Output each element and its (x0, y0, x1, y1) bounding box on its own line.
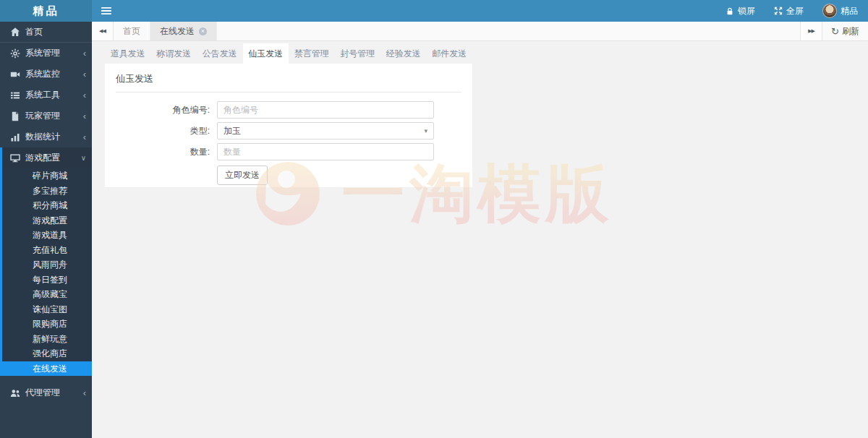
submenu-item-limited-shop[interactable]: 限购商店 (2, 317, 92, 332)
tab-bar-spacer (217, 22, 800, 40)
fullscreen-label: 全屏 (786, 5, 804, 17)
sidebar-item-home[interactable]: 首页 (0, 22, 92, 43)
tab-item-send[interactable]: 道具发送 (105, 43, 151, 64)
submenu-item-online-send[interactable]: 在线发送 (2, 361, 92, 377)
top-header: 精品 锁屏 全屏 精品 (0, 0, 868, 22)
chart-icon (10, 132, 20, 142)
gear-icon (10, 48, 20, 59)
send-now-button[interactable]: 立即发送 (217, 166, 268, 185)
sidebar-item-data-stats[interactable]: 数据统计 ‹ (0, 126, 92, 147)
camera-icon (10, 69, 20, 80)
submenu-item-game-settings[interactable]: 游戏配置 (2, 213, 92, 228)
sidebar-item-label: 首页 (25, 26, 86, 38)
header-bar: 锁屏 全屏 精品 (92, 0, 868, 22)
page-tab-label: 首页 (123, 25, 140, 38)
content-tab-nav: 道具发送 称谓发送 公告发送 仙玉发送 禁言管理 封号管理 经验发送 邮件发送 (105, 43, 472, 64)
sidebar-item-system-admin[interactable]: 系统管理 ‹ (0, 43, 92, 64)
hamburger-icon (101, 6, 112, 16)
submenu-item-daily-signin[interactable]: 每日签到 (2, 272, 92, 288)
panel-title: 仙玉发送 (116, 72, 461, 93)
double-left-icon: ◀◀ (99, 28, 106, 34)
submenu-item-fengyu-tongzhou[interactable]: 风雨同舟 (2, 257, 92, 272)
tab-exp-send[interactable]: 经验发送 (380, 43, 427, 64)
page-tab-home[interactable]: 首页 (114, 22, 150, 40)
fullscreen-button[interactable]: 全屏 (774, 5, 804, 17)
chevron-left-icon: ‹ (83, 48, 86, 58)
page-tab-online-send[interactable]: 在线发送 × (150, 22, 217, 40)
role-id-label: 角色编号: (116, 101, 217, 119)
sidebar-item-label: 系统监控 (25, 68, 83, 80)
sidebar-item-label: 系统管理 (25, 47, 83, 59)
refresh-button[interactable]: ↻ 刷新 (822, 22, 868, 40)
sidebar: 首页 系统管理 ‹ 系统监控 ‹ 系统工具 ‹ 玩家管理 ‹ 数据统计 ‹ 游戏… (0, 22, 92, 438)
home-icon (10, 27, 20, 37)
double-right-icon: ▶▶ (808, 28, 814, 34)
tabs-scroll-right-button[interactable]: ▶▶ (800, 22, 822, 40)
desktop-icon (10, 153, 20, 163)
type-label: 类型: (116, 122, 217, 139)
chevron-down-icon: ∨ (81, 155, 86, 162)
refresh-icon: ↻ (831, 26, 839, 37)
sidebar-item-label: 游戏配置 (25, 152, 81, 164)
type-select-value: 加玉 (224, 125, 241, 137)
tab-ban-admin[interactable]: 封号管理 (335, 43, 381, 64)
type-ctrl: 加玉 ▾ (217, 122, 434, 139)
submenu-item-duobao-recommend[interactable]: 多宝推荐 (2, 184, 92, 199)
fullscreen-icon (774, 7, 783, 15)
submenu-item-enhance-shop[interactable]: 强化商店 (2, 346, 92, 361)
sidebar-item-system-tools[interactable]: 系统工具 ‹ (0, 85, 92, 106)
tabs-scroll-left-button[interactable]: ◀◀ (92, 22, 114, 40)
caret-down-icon: ▾ (424, 127, 427, 134)
sidebar-item-player-admin[interactable]: 玩家管理 ‹ (0, 106, 92, 126)
quantity-input[interactable] (217, 143, 434, 160)
list-icon (10, 90, 20, 100)
submenu-item-fresh-fun[interactable]: 新鲜玩意 (2, 332, 92, 347)
chevron-left-icon: ‹ (83, 90, 86, 100)
quantity-ctrl (217, 143, 434, 160)
tab-notice-send[interactable]: 公告发送 (197, 43, 243, 64)
lock-screen-button[interactable]: 锁屏 (726, 5, 755, 17)
chevron-left-icon: ‹ (83, 69, 86, 79)
tab-jade-send[interactable]: 仙玉发送 (243, 43, 289, 64)
user-menu[interactable]: 精品 (822, 4, 858, 18)
submenu-item-fragment-shop[interactable]: 碎片商城 (2, 168, 92, 184)
tab-title-send[interactable]: 称谓发送 (151, 43, 197, 64)
submenu-item-advanced-treasure[interactable]: 高级藏宝 (2, 287, 92, 302)
type-select[interactable]: 加玉 ▾ (217, 122, 434, 139)
sidebar-item-game-config[interactable]: 游戏配置 ∨ (2, 147, 92, 168)
tab-mail-send[interactable]: 邮件发送 (427, 43, 473, 64)
sidebar-toggle-button[interactable] (101, 4, 116, 17)
tab-mute-admin[interactable]: 禁言管理 (289, 43, 335, 64)
submenu-item-game-items[interactable]: 游戏道具 (2, 228, 92, 243)
close-tab-icon[interactable]: × (199, 27, 207, 35)
lock-screen-label: 锁屏 (738, 5, 755, 17)
file-icon (10, 111, 20, 121)
submenu-item-points-shop[interactable]: 积分商城 (2, 198, 92, 213)
submit-row: 立即发送 (217, 166, 461, 185)
role-id-input[interactable] (217, 101, 434, 119)
quantity-label: 数量: (116, 143, 217, 160)
submenu-item-zhuxian-map[interactable]: 诛仙宝图 (2, 302, 92, 317)
sidebar-item-label: 代理管理 (25, 387, 83, 399)
app-logo: 精品 (0, 0, 92, 22)
sidebar-item-label: 玩家管理 (25, 110, 83, 122)
form-row-type: 类型: 加玉 ▾ (116, 122, 461, 139)
sidebar-item-label: 系统工具 (25, 89, 83, 101)
sidebar-group-game-config: 游戏配置 ∨ 碎片商城 多宝推荐 积分商城 游戏配置 游戏道具 充值礼包 风雨同… (0, 147, 92, 376)
role-id-ctrl (217, 101, 434, 119)
refresh-label: 刷新 (842, 25, 859, 38)
submenu-item-recharge-pack[interactable]: 充值礼包 (2, 243, 92, 258)
jade-send-panel: 仙玉发送 角色编号: 类型: 加玉 ▾ 数量: 立即发送 (105, 64, 472, 187)
sidebar-item-system-monitor[interactable]: 系统监控 ‹ (0, 64, 92, 85)
chevron-left-icon: ‹ (83, 132, 86, 142)
form-row-quantity: 数量: (116, 143, 461, 160)
sidebar-submenu: 碎片商城 多宝推荐 积分商城 游戏配置 游戏道具 充值礼包 风雨同舟 每日签到 … (2, 168, 92, 376)
chevron-left-icon: ‹ (83, 388, 86, 398)
chevron-left-icon: ‹ (83, 111, 86, 121)
sidebar-item-agent-admin[interactable]: 代理管理 ‹ (0, 382, 92, 403)
page-tab-label: 在线发送 (160, 25, 195, 38)
form-row-role-id: 角色编号: (116, 101, 461, 119)
users-icon (10, 388, 20, 398)
username: 精品 (841, 5, 858, 17)
header-actions: 锁屏 全屏 精品 (707, 4, 858, 18)
